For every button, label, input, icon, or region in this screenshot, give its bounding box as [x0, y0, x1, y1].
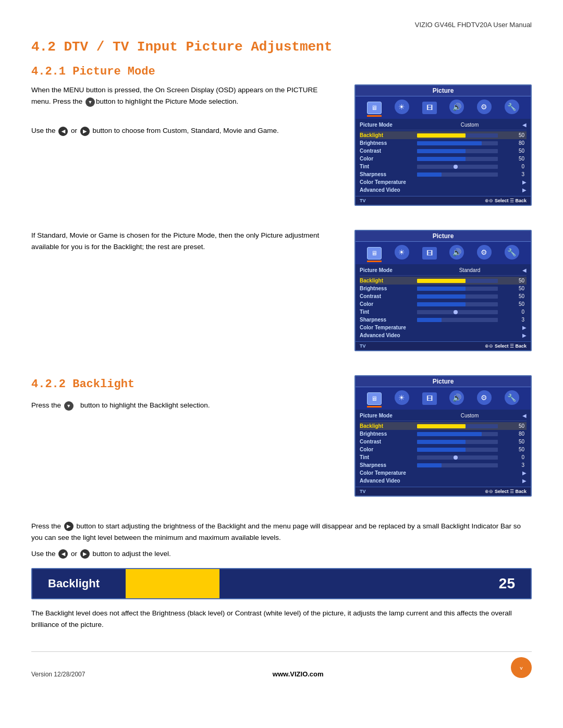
- osd-color-label-1: Color: [360, 156, 417, 162]
- monitor-icon-3: 🖥: [367, 392, 382, 405]
- osd-contrast-row-3: Contrast 50: [360, 438, 527, 446]
- osd-icon-ex3: 🔧: [505, 390, 519, 408]
- osd-contrast-fill-3: [417, 440, 466, 444]
- osd-advvideo-label-2: Advanced Video: [360, 332, 417, 338]
- osd-contrast-row-1: Contrast 50: [360, 147, 527, 155]
- menu-icon-3: ☰: [510, 489, 514, 494]
- osd-sharpness-row-2: Sharpness 3: [360, 316, 527, 324]
- osd-icon-ex2: 🔧: [505, 245, 519, 262]
- osd-brightness-value-2: 50: [498, 286, 527, 291]
- osd-color-bar-2: [417, 302, 498, 306]
- osd-screen-1: Picture 🖥 ☀ 🎞: [354, 84, 532, 206]
- osd-color-fill-1: [417, 157, 466, 161]
- osd-mode-label-1: Picture Mode: [360, 122, 417, 128]
- osd-sharpness-value-1: 3: [498, 171, 527, 177]
- osd-backlight-bar-2: [417, 279, 498, 283]
- osd-tint-label-2: Tint: [360, 309, 417, 315]
- osd-contrast-label-1: Contrast: [360, 148, 417, 154]
- osd-advvideo-label-1: Advanced Video: [360, 187, 417, 193]
- page-footer: Version 12/28/2007 www.VIZIO.com V: [31, 651, 532, 678]
- osd-contrast-value-2: 50: [498, 293, 527, 299]
- osd-contrast-row-2: Contrast 50: [360, 292, 527, 300]
- osd-tint-row-3: Tint 0: [360, 453, 527, 461]
- osd-icons-row-3: 🖥 ☀ 🎞 🔊: [356, 387, 531, 410]
- osd-mode-arrow-1: ◀: [522, 122, 527, 128]
- osd-sharpness-fill-2: [417, 318, 442, 322]
- footer-version: Version 12/28/2007: [31, 671, 85, 678]
- osd-color-value-3: 50: [498, 447, 527, 452]
- menu-icon-2: ☰: [510, 343, 514, 349]
- osd-advvideo-row-3: Advanced Video ▶: [360, 477, 527, 485]
- osd-footer-nav-2: ⊕⊖ Select ☰ Back: [485, 343, 527, 349]
- osd-brightness-value-3: 80: [498, 431, 527, 437]
- backlight-indicator-bar: Backlight 25: [31, 568, 532, 599]
- osd-contrast-label-2: Contrast: [360, 293, 417, 299]
- inactive-indicator-4: [477, 115, 492, 117]
- osd-screenshot-2: Picture 🖥 ☀ 🎞: [354, 230, 532, 360]
- osd-footer-3: TV ⊕⊖ Select ☰ Back: [356, 487, 531, 496]
- osd-backlight-value-1: 50: [498, 132, 527, 138]
- osd-contrast-fill-1: [417, 149, 466, 153]
- osd-icon-monitor-2: 🖥: [367, 247, 382, 262]
- osd-backlight-label-3: Backlight: [360, 423, 417, 429]
- osd-backlight-fill-1: [417, 133, 466, 138]
- osd-mode-value-2: Standard: [417, 267, 522, 273]
- osd-brightness-bar-1: [417, 141, 498, 145]
- osd-colortemp-label-1: Color Temperature: [360, 179, 417, 185]
- osd-sharpness-row-3: Sharpness 3: [360, 461, 527, 469]
- section-backlight: 4.2.2 Backlight Press the ▼ button to hi…: [31, 375, 532, 505]
- osd-icon-monitor-3: 🖥: [367, 392, 382, 408]
- osd-screen-2: Picture 🖥 ☀ 🎞: [354, 230, 532, 351]
- osd-brightness-row-2: Brightness 50: [360, 285, 527, 292]
- osd-icon-set2: ⚙: [477, 245, 492, 262]
- osd-icon-b2: ☀: [395, 245, 409, 262]
- osd-color-value-1: 50: [498, 156, 527, 162]
- subsection-title-2: 4.2.2 Backlight: [31, 375, 339, 393]
- osd-icon-s3: 🔊: [449, 390, 464, 408]
- osd-tint-dot-3: [454, 455, 458, 460]
- osd-advvideo-row-1: Advanced Video ▶: [360, 186, 527, 194]
- osd-colortemp-arrow-2: ▶: [522, 325, 527, 330]
- osd-colortemp-row-3: Color Temperature ▶: [360, 469, 527, 477]
- extra-icon-2: 🔧: [505, 245, 519, 260]
- back-label-2: Back: [515, 343, 527, 349]
- osd-sharpness-bar-2: [417, 318, 498, 322]
- subsection-title-1: 4.2.1 Picture Mode: [31, 65, 532, 78]
- page-container: VIZIO GV46L FHDTV20A User Manual 4.2 DTV…: [0, 0, 563, 728]
- osd-backlight-fill-2: [417, 279, 466, 283]
- osd-brightness-label-1: Brightness: [360, 140, 417, 146]
- left-button-icon-2: ◀: [58, 549, 68, 559]
- content-row-2: If Standard, Movie or Game is chosen for…: [31, 230, 532, 360]
- osd-footer-tv-3: TV: [360, 489, 366, 494]
- backlight-bar-label: Backlight: [32, 569, 115, 598]
- para-backlight: Press the ▼ button to highlight the Back…: [31, 400, 339, 411]
- brightness-icon: ☀: [395, 100, 409, 114]
- inactive-indicator-5: [505, 115, 519, 117]
- settings-icon-2: ⚙: [477, 245, 492, 260]
- text-col-1: When the MENU button is pressed, the On …: [31, 84, 339, 214]
- osd-sharpness-fill-3: [417, 463, 442, 467]
- osd-sharpness-row-1: Sharpness 3: [360, 170, 527, 178]
- osd-backlight-fill-3: [417, 424, 466, 428]
- footer-url: www.VIZIO.com: [85, 670, 511, 678]
- section-title: 4.2 DTV / TV Input Picture Adjustment: [31, 39, 532, 55]
- osd-icon-s2: 🔊: [449, 245, 464, 262]
- osd-contrast-bar-2: [417, 294, 498, 299]
- extra-icon: 🔧: [505, 100, 519, 114]
- picture-icon: 🎞: [422, 102, 437, 114]
- inactive-indicator-2: [422, 115, 437, 117]
- content-row-1: When the MENU button is pressed, the On …: [31, 84, 532, 214]
- sound-icon: 🔊: [449, 100, 464, 114]
- osd-brightness-value-1: 80: [498, 140, 527, 146]
- osd-tint-label-3: Tint: [360, 454, 417, 460]
- osd-color-label-2: Color: [360, 301, 417, 307]
- select-label-2: Select: [495, 343, 509, 349]
- para3: If Standard, Movie or Game is chosen for…: [31, 230, 339, 253]
- osd-sharpness-bar-3: [417, 463, 498, 467]
- osd-color-fill-3: [417, 448, 466, 452]
- osd-title-1: Picture: [356, 85, 531, 96]
- osd-brightness-fill-2: [417, 287, 466, 291]
- osd-contrast-value-3: 50: [498, 439, 527, 445]
- osd-color-value-2: 50: [498, 301, 527, 307]
- osd-tint-row-1: Tint 0: [360, 163, 527, 170]
